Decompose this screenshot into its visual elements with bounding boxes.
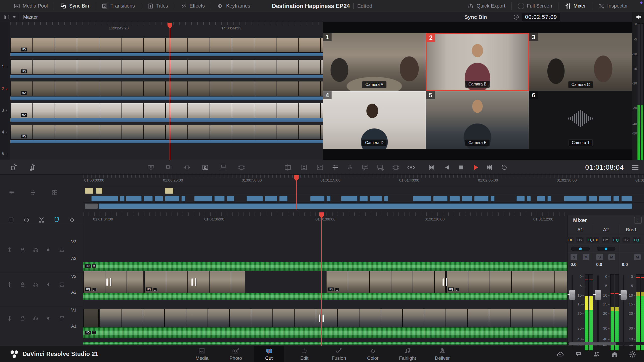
overview-clip-v2[interactable] <box>613 196 619 201</box>
badge-dy[interactable]: DY <box>576 237 584 243</box>
track-monitor-icon[interactable] <box>33 247 39 253</box>
overview-clip-v2[interactable] <box>491 196 495 201</box>
timeline-clip-v2[interactable]: HQ <box>446 271 567 293</box>
timeline-detail[interactable]: 01:01:04:0001:01:06:0001:01:08:0001:01:1… <box>0 209 644 346</box>
track-label-v3[interactable]: V3 <box>71 240 76 245</box>
toolbar-button-inspector[interactable]: Inspector <box>592 0 634 12</box>
track-label-v2[interactable]: V2 <box>71 274 76 279</box>
place-on-top-icon[interactable] <box>220 164 227 171</box>
poi-add-icon[interactable] <box>376 163 384 171</box>
toolbar-button-titles[interactable]: Titles <box>141 0 174 12</box>
source-audio-bar-1[interactable] <box>10 53 323 56</box>
append-clip-icon[interactable] <box>165 164 173 171</box>
source-filmstrip-track-3[interactable] <box>10 81 323 96</box>
overview-clip-v2[interactable] <box>227 196 234 201</box>
track-move-icon[interactable] <box>7 247 13 253</box>
pan-slider[interactable] <box>571 247 590 251</box>
track-monitor-icon[interactable] <box>33 282 39 288</box>
chat-icon[interactable] <box>575 350 582 358</box>
source-audio-bar-2[interactable] <box>10 75 323 78</box>
loop-playback-icon[interactable] <box>501 164 509 171</box>
track-label-a2[interactable]: A2 <box>71 290 76 295</box>
overview-clip-v2[interactable] <box>589 196 597 201</box>
play-icon[interactable] <box>471 163 479 171</box>
toolbar-button-full-screen[interactable]: Full Screen <box>512 0 558 12</box>
track-move-icon[interactable] <box>7 282 13 288</box>
track-monitor-icon[interactable] <box>33 315 39 321</box>
source-audio-bar-4[interactable] <box>10 118 323 122</box>
ripple-overwrite-icon[interactable] <box>183 164 191 171</box>
overview-clip-v2[interactable] <box>214 196 225 201</box>
go-to-last-frame-icon[interactable] <box>486 164 493 171</box>
badge-fx[interactable]: FX <box>592 237 599 243</box>
source-filmstrip-track-5[interactable] <box>10 125 323 140</box>
review-jog-icon[interactable] <box>407 163 415 171</box>
mixer-scrollbar[interactable] <box>569 342 616 345</box>
roll-tool-icon[interactable] <box>23 216 30 223</box>
multicam-cell-5[interactable]: 5Camera E <box>426 91 529 149</box>
source-audio-bar-5[interactable] <box>10 140 323 143</box>
overview-clip-v2[interactable] <box>384 196 388 201</box>
overview-clip-v3[interactable] <box>96 188 102 194</box>
keyframe-tray-icon[interactable] <box>316 163 324 171</box>
source-track-number-5[interactable]: 5 <box>2 152 9 156</box>
overview-clip-v2[interactable] <box>462 196 472 201</box>
overview-clip-v2[interactable] <box>310 196 325 201</box>
multicam-cell-6[interactable]: 6Camera 1 <box>529 91 632 149</box>
mixer-collapse-button[interactable]: |← <box>634 217 642 223</box>
overview-playhead-marker[interactable] <box>294 175 299 181</box>
page-tab-fusion[interactable]: Fusion <box>324 346 354 362</box>
overview-clip-v3[interactable] <box>85 188 93 194</box>
overview-clip-v2[interactable] <box>155 196 163 201</box>
mute-button[interactable]: M <box>583 254 589 260</box>
audio-track-a2[interactable] <box>83 293 567 300</box>
timeline-options-menu-icon[interactable] <box>632 164 638 171</box>
source-track-number-4[interactable]: 4 <box>2 130 9 134</box>
overview-clip-v2[interactable] <box>91 196 118 201</box>
overview-clip-v2[interactable] <box>474 196 489 201</box>
voiceover-mic-icon[interactable] <box>346 164 354 171</box>
source-track-number-2[interactable]: 2 <box>2 86 9 91</box>
mute-button[interactable]: M <box>634 254 641 260</box>
track-lock-icon[interactable] <box>20 315 26 321</box>
multicam-cell-2[interactable]: 2Camera B <box>426 33 529 91</box>
badge-dy[interactable]: DY <box>622 237 630 243</box>
page-tab-deliver[interactable]: Deliver <box>427 346 457 362</box>
marker-tool-icon[interactable] <box>68 216 75 223</box>
overview-options-icon[interactable] <box>9 189 15 196</box>
stop-icon[interactable] <box>457 164 465 171</box>
speaker-icon[interactable] <box>635 14 641 20</box>
bin-name-label[interactable]: Master <box>23 14 38 20</box>
trim-tool-icon[interactable] <box>8 216 15 223</box>
trim-handle[interactable] <box>442 278 447 286</box>
toolbar-button-mixer[interactable]: Mixer <box>558 0 592 12</box>
mute-button[interactable]: M <box>608 254 615 260</box>
audio-track-a3[interactable] <box>83 262 567 271</box>
trim-handle[interactable] <box>106 278 111 286</box>
track-speaker-icon[interactable] <box>46 282 52 288</box>
timeline-clip-v1[interactable] <box>99 309 567 327</box>
full-timeline-overview[interactable]: 01:00:00:0001:00:25:0001:00:50:0001:01:1… <box>0 175 644 209</box>
source-track-number-3[interactable]: 3 <box>2 108 9 113</box>
toolbar-button-keyframes[interactable]: Keyframes <box>211 0 256 12</box>
overview-clip-v2[interactable] <box>433 196 448 201</box>
toolbar-button-media-pool[interactable]: Media Pool <box>8 0 54 12</box>
toolbar-button-sync-bin[interactable]: Sync Bin <box>54 0 95 12</box>
badge-dy[interactable]: DY <box>602 237 610 243</box>
overview-clip-v2[interactable] <box>181 196 185 201</box>
timeline-timecode[interactable]: 01:01:08:04 <box>585 164 624 171</box>
overview-clip-v2[interactable] <box>413 196 431 201</box>
timeline-playhead[interactable] <box>321 212 322 346</box>
overview-clip-v2[interactable] <box>564 196 587 201</box>
source-overwrite-icon[interactable] <box>238 164 245 171</box>
overview-clip-v2[interactable] <box>165 196 179 201</box>
page-tab-fairlight[interactable]: Fairlight <box>392 346 423 362</box>
overview-zoom-icon[interactable] <box>52 189 58 196</box>
overview-clip-v2[interactable] <box>247 196 263 201</box>
track-filmstrip-icon[interactable] <box>59 247 65 253</box>
smart-insert-icon[interactable] <box>147 164 155 171</box>
solo-button[interactable]: S <box>571 254 577 260</box>
page-tab-edit[interactable]: Edit <box>289 346 319 362</box>
overview-clip-v3[interactable] <box>165 188 173 194</box>
insert-overwrite-icon[interactable] <box>392 164 399 171</box>
